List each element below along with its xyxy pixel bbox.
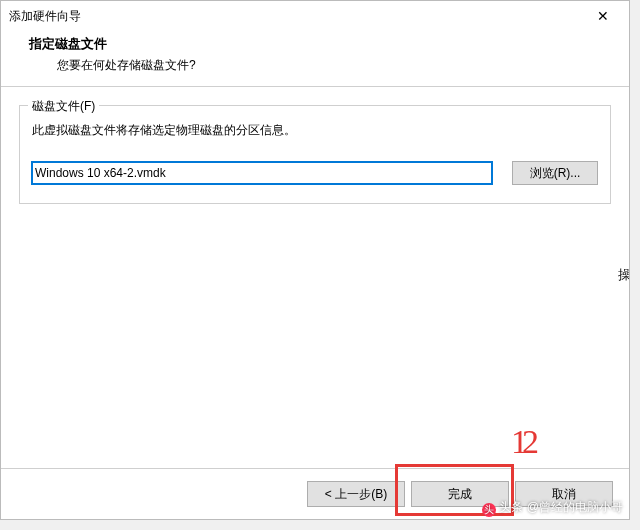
wizard-window: 添加硬件向导 ✕ 指定磁盘文件 您要在何处存储磁盘文件? 磁盘文件(F) 此虚拟… — [0, 0, 630, 520]
annotation-number: 12 — [511, 423, 533, 461]
disk-file-legend: 磁盘文件(F) — [28, 98, 99, 115]
disk-file-input[interactable]: Windows 10 x64-2.vmdk — [32, 162, 492, 184]
watermark-icon: 头 — [482, 503, 496, 517]
window-title: 添加硬件向导 — [9, 8, 580, 25]
titlebar: 添加硬件向导 ✕ — [1, 1, 629, 31]
browse-button[interactable]: 浏览(R)... — [512, 161, 598, 185]
close-button[interactable]: ✕ — [580, 2, 625, 30]
disk-file-group: 磁盘文件(F) 此虚拟磁盘文件将存储选定物理磁盘的分区信息。 Windows 1… — [19, 105, 611, 204]
wizard-header: 指定磁盘文件 您要在何处存储磁盘文件? — [1, 31, 629, 86]
wizard-body: 磁盘文件(F) 此虚拟磁盘文件将存储选定物理磁盘的分区信息。 Windows 1… — [1, 87, 629, 204]
watermark-author: @曾经的电脑小哥 — [527, 500, 623, 514]
close-icon: ✕ — [597, 8, 609, 24]
back-button[interactable]: < 上一步(B) — [307, 481, 405, 507]
disk-file-value: Windows 10 x64-2.vmdk — [35, 166, 166, 180]
disk-file-description: 此虚拟磁盘文件将存储选定物理磁盘的分区信息。 — [32, 122, 598, 139]
watermark: 头 头条 @曾经的电脑小哥 — [482, 499, 623, 517]
right-edge-text: 操 — [618, 266, 630, 284]
disk-file-row: Windows 10 x64-2.vmdk 浏览(R)... — [32, 161, 598, 185]
header-subtitle: 您要在何处存储磁盘文件? — [29, 57, 619, 74]
header-title: 指定磁盘文件 — [29, 35, 619, 53]
watermark-prefix: 头条 — [499, 500, 523, 514]
